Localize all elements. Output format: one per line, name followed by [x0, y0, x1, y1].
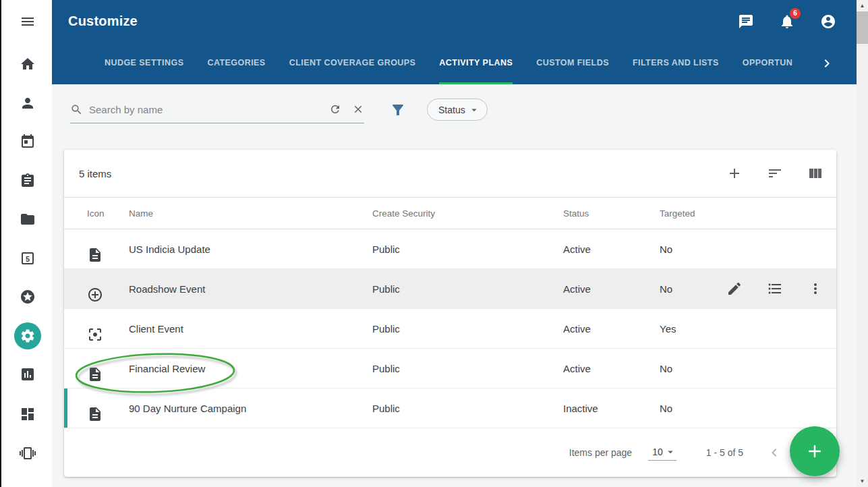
add-icon: [805, 441, 825, 461]
tab-custom-fields[interactable]: CUSTOM FIELDS: [536, 42, 609, 84]
plan-status: Active: [563, 323, 660, 335]
search-box: [70, 96, 364, 123]
tabs-scroll-right-icon[interactable]: [819, 55, 835, 71]
page-range-label: 1 - 5 of 5: [706, 447, 743, 458]
plan-targeted: No: [660, 283, 734, 295]
tasks-icon[interactable]: [20, 173, 36, 189]
plan-create-security: Public: [372, 244, 563, 255]
sort-icon[interactable]: [767, 165, 783, 181]
columns-icon[interactable]: [807, 165, 823, 181]
plan-name: Financial Review: [129, 363, 372, 374]
settings-gear-icon[interactable]: [20, 328, 36, 344]
contacts-icon[interactable]: [20, 95, 36, 111]
calendar-icon[interactable]: [20, 134, 36, 150]
chevron-down-icon: [664, 446, 676, 458]
center-focus-icon: [87, 326, 129, 343]
plan-name: 90 Day Nurture Campaign: [129, 403, 372, 414]
stars-icon[interactable]: [20, 289, 36, 305]
tab-filters-and-lists[interactable]: FILTERS AND LISTS: [633, 42, 719, 84]
document-icon: [87, 366, 129, 382]
analytics-icon[interactable]: [20, 366, 36, 382]
clipped-bottom-icon[interactable]: [20, 484, 36, 487]
plan-steps-list-icon[interactable]: [767, 281, 783, 297]
plan-targeted: No: [660, 244, 734, 255]
table-row[interactable]: 90 Day Nurture Campaign Public Inactive …: [64, 389, 836, 428]
svg-text:5: 5: [26, 255, 30, 263]
plan-targeted: No: [660, 363, 734, 374]
folder-icon[interactable]: [20, 211, 36, 227]
plan-targeted: No: [660, 403, 734, 414]
notification-count-badge: 6: [790, 8, 801, 19]
search-icon: [70, 103, 83, 116]
plan-create-security: Public: [372, 283, 563, 295]
scroll-down-arrow[interactable]: ▼: [857, 476, 868, 487]
vertical-scrollbar[interactable]: ▲ ▼: [857, 0, 868, 487]
document-icon: [87, 406, 129, 422]
page-title: Customize: [68, 13, 138, 29]
search-input[interactable]: [89, 104, 318, 115]
app-header: Customize 6 NUDGE SETTINGS CATEGORIES CL…: [52, 0, 857, 84]
menu-icon[interactable]: [20, 13, 36, 30]
card-toolbar: 5 items: [64, 150, 836, 197]
chat-icon[interactable]: [738, 13, 754, 30]
status-filter-chip[interactable]: Status: [427, 98, 488, 121]
plan-create-security: Public: [372, 403, 563, 414]
tab-client-coverage-groups[interactable]: CLIENT COVERAGE GROUPS: [289, 42, 416, 84]
table-row[interactable]: US Indicia Update Public Active No: [64, 229, 836, 269]
column-header-create-security: Create Security: [372, 208, 563, 219]
clear-search-icon[interactable]: [352, 103, 364, 115]
plan-name: Roadshow Event: [129, 283, 372, 295]
tab-categories[interactable]: CATEGORIES: [207, 42, 265, 84]
filter-funnel-icon[interactable]: [390, 102, 406, 118]
add-item-icon[interactable]: [726, 165, 743, 181]
filter-5-icon[interactable]: 5: [20, 250, 36, 266]
status-chip-label: Status: [438, 105, 465, 115]
settings-tab-bar: NUDGE SETTINGS CATEGORIES CLIENT COVERAG…: [52, 42, 857, 84]
refresh-icon[interactable]: [329, 103, 341, 115]
chevron-down-icon: [468, 104, 480, 116]
plan-status: Active: [563, 283, 660, 295]
main-area: Customize 6 NUDGE SETTINGS CATEGORIES CL…: [52, 0, 857, 487]
search-filter-row: Status: [52, 84, 857, 135]
more-options-icon[interactable]: [807, 281, 823, 297]
plan-create-security: Public: [372, 323, 563, 335]
column-header-name: Name: [129, 208, 372, 219]
page-size-select[interactable]: 10: [648, 445, 676, 461]
table-header-row: Icon Name Create Security Status Targete…: [64, 197, 836, 229]
edit-pencil-icon[interactable]: [726, 281, 743, 297]
table-row[interactable]: Roadshow Event Public Active No: [64, 269, 836, 309]
home-icon[interactable]: [20, 56, 36, 72]
table-row[interactable]: Financial Review Public Active No: [64, 349, 836, 389]
plan-name: Client Event: [129, 323, 372, 335]
app-screen: 5 Customize 6 NUDGE SETTI: [0, 0, 868, 487]
add-circle-icon: [87, 287, 129, 303]
plan-name: US Indicia Update: [129, 244, 372, 255]
scrollbar-thumb[interactable]: [857, 11, 868, 44]
row-actions: [726, 269, 823, 308]
plan-targeted: Yes: [660, 323, 734, 335]
items-count-label: 5 items: [79, 168, 111, 179]
table-row[interactable]: Client Event Public Active Yes: [64, 309, 836, 349]
notifications-bell-icon[interactable]: 6: [779, 13, 795, 30]
dashboard-icon[interactable]: [20, 406, 36, 422]
scroll-up-arrow[interactable]: ▲: [857, 0, 868, 11]
tab-nudge-settings[interactable]: NUDGE SETTINGS: [105, 42, 183, 84]
document-icon: [87, 247, 129, 263]
vibration-icon[interactable]: [20, 445, 36, 461]
previous-page-icon[interactable]: [766, 445, 782, 461]
plan-create-security: Public: [372, 363, 563, 374]
left-nav-sidebar: 5: [0, 0, 52, 487]
column-header-targeted: Targeted: [660, 208, 734, 219]
account-avatar-icon[interactable]: [820, 13, 836, 30]
activity-plans-card: 5 items Icon Name Create Security Status…: [64, 150, 836, 477]
add-activity-plan-fab[interactable]: [790, 426, 840, 476]
paginator: Items per page 10 1 - 5 of 5: [64, 428, 836, 477]
page-size-value: 10: [652, 447, 663, 457]
tab-activity-plans[interactable]: ACTIVITY PLANS: [439, 42, 513, 84]
items-per-page-label: Items per page: [569, 447, 632, 458]
plan-status: Inactive: [563, 403, 660, 414]
tab-opportunities-truncated[interactable]: OPPORTUN: [743, 42, 792, 84]
plan-status: Active: [563, 244, 660, 255]
column-header-icon: Icon: [64, 208, 129, 219]
plan-status: Active: [563, 363, 660, 374]
